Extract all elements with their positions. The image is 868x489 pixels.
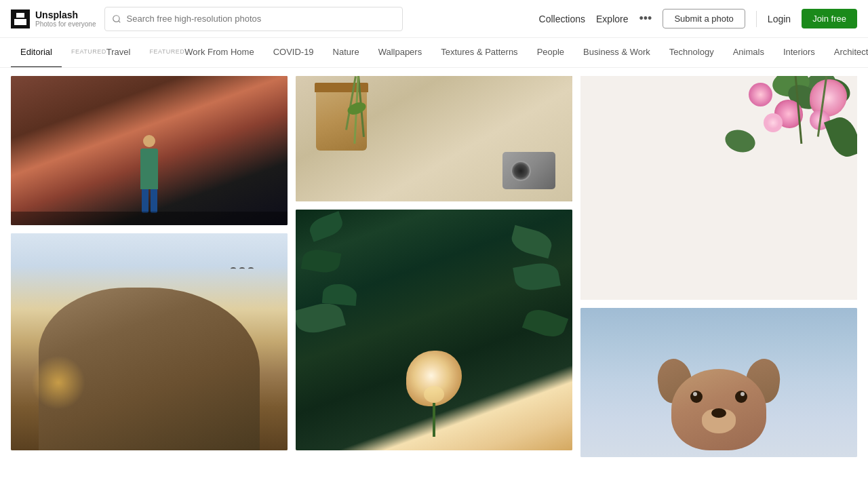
explore-link[interactable]: Explore <box>596 14 628 24</box>
cat-people[interactable]: People <box>528 38 574 68</box>
header: Unsplash Photos for everyone Collections… <box>0 0 868 38</box>
logo[interactable]: Unsplash Photos for everyone <box>11 9 96 28</box>
search-bar[interactable] <box>104 7 403 31</box>
svg-point-2 <box>113 15 119 21</box>
logo-icon <box>11 9 30 28</box>
divider <box>756 11 757 27</box>
svg-rect-0 <box>16 13 24 18</box>
cat-animals[interactable]: Animals <box>724 38 774 68</box>
cat-work-from-home[interactable]: FEATURED Work From Home <box>140 38 263 68</box>
cat-architecture[interactable]: Architecture <box>825 38 868 68</box>
search-icon <box>112 14 121 24</box>
cat-textures[interactable]: Textures & Patterns <box>431 38 527 68</box>
header-nav: Collections Explore ••• Submit a photo L… <box>539 9 857 28</box>
photo-card[interactable] <box>11 76 288 225</box>
cat-covid[interactable]: COVID-19 <box>264 38 323 68</box>
photo-card[interactable] <box>296 210 572 450</box>
more-button[interactable]: ••• <box>639 12 652 26</box>
cat-business[interactable]: Business & Work <box>574 38 660 68</box>
photo-card[interactable] <box>580 308 857 457</box>
join-button[interactable]: Join free <box>802 9 857 28</box>
submit-photo-button[interactable]: Submit a photo <box>663 9 745 28</box>
svg-rect-1 <box>14 19 26 25</box>
cat-nature[interactable]: Nature <box>323 38 369 68</box>
photo-col-3 <box>580 76 857 457</box>
logo-name: Unsplash <box>35 9 96 20</box>
logo-tagline: Photos for everyone <box>35 20 96 28</box>
search-input[interactable] <box>127 14 395 24</box>
cat-wallpapers[interactable]: Wallpapers <box>369 38 432 68</box>
cat-travel[interactable]: FEATURED Travel <box>62 38 140 68</box>
login-link[interactable]: Login <box>768 14 791 24</box>
photo-col-2 <box>296 76 572 457</box>
cat-editorial[interactable]: Editorial <box>11 38 62 68</box>
photo-card[interactable] <box>11 233 288 450</box>
photo-card[interactable] <box>296 76 572 201</box>
photo-grid <box>0 68 868 465</box>
cat-technology[interactable]: Technology <box>660 38 724 68</box>
category-nav: Editorial FEATURED Travel FEATURED Work … <box>0 38 868 68</box>
collections-link[interactable]: Collections <box>539 14 585 24</box>
cat-interiors[interactable]: Interiors <box>774 38 825 68</box>
photo-card[interactable] <box>580 76 857 300</box>
photo-col-1 <box>11 76 288 457</box>
